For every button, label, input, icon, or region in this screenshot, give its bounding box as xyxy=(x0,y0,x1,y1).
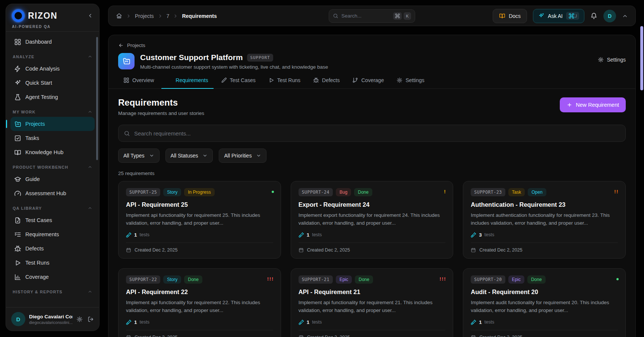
folder-icon xyxy=(14,121,21,128)
requirement-card-support-21[interactable]: SUPPORT-21 Epic Done !!! API - Requireme… xyxy=(291,268,454,337)
requirements-section: Requirements Manage requirements and use… xyxy=(108,89,635,337)
calendar-icon xyxy=(126,335,131,337)
nav-section-qa-library[interactable]: QA LIBRARY xyxy=(10,201,95,213)
breadcrumb-projects[interactable]: Projects xyxy=(135,13,154,19)
sidebar-item-agent-testing[interactable]: Agent Testing xyxy=(10,90,95,104)
tests-label: tests xyxy=(484,319,494,325)
nav-section-analyze[interactable]: ANALYZE xyxy=(10,50,95,62)
sidebar-item-label: Projects xyxy=(25,121,45,127)
pencil-icon xyxy=(221,77,227,83)
requirement-card-support-23[interactable]: SUPPORT-23 Task Open !! Authentication -… xyxy=(463,181,626,259)
filter-all-statuses[interactable]: All Statuses xyxy=(165,149,213,163)
sidebar-item-quick-start[interactable]: Quick Start xyxy=(10,76,95,90)
requirement-id-badge: SUPPORT-24 xyxy=(299,188,333,196)
chevron-right-icon xyxy=(158,13,163,19)
tab-defects[interactable]: Defects xyxy=(308,73,345,89)
page-scrollbar[interactable] xyxy=(640,26,643,90)
calendar-icon xyxy=(299,247,304,253)
sidebar-item-projects[interactable]: Projects xyxy=(10,117,95,131)
type-badge: Story xyxy=(163,188,181,196)
bar-chart-icon xyxy=(14,274,21,281)
requirement-description: Implement api functionality for requirem… xyxy=(126,212,273,227)
nav-section-product-workbench[interactable]: PRODUCT WORKBENCH xyxy=(10,160,95,172)
requirement-description: Implement api functionality for requirem… xyxy=(126,299,273,315)
sidebar-item-label: Test Cases xyxy=(25,217,52,223)
sidebar-item-test-runs[interactable]: Test Runs xyxy=(10,256,95,270)
shortcut-key: K xyxy=(404,12,411,20)
nav-section-history-reports[interactable]: HISTORY & REPORTS xyxy=(10,285,95,297)
new-requirement-button[interactable]: New Requirement xyxy=(560,97,626,112)
project-settings-button[interactable]: Settings xyxy=(598,53,626,63)
docs-label: Docs xyxy=(509,13,521,19)
sidebar-item-label: Requirements xyxy=(25,231,59,237)
topbar-avatar[interactable]: D xyxy=(603,10,616,22)
tests-label: tests xyxy=(140,232,149,237)
home-icon[interactable] xyxy=(116,13,122,19)
project-description: Multi-channel customer support system wi… xyxy=(140,64,328,70)
sidebar-item-guide[interactable]: Guide xyxy=(10,172,95,186)
sidebar-item-label: Assessment Hub xyxy=(25,190,66,196)
requirements-search-input[interactable] xyxy=(134,130,620,137)
tests-count: 1 xyxy=(134,232,137,238)
sidebar-collapse-button[interactable] xyxy=(87,13,93,19)
sidebar-item-requirements[interactable]: Requirements xyxy=(10,227,95,241)
requirement-id-badge: SUPPORT-21 xyxy=(299,275,333,284)
requirement-card-support-24[interactable]: SUPPORT-24 Bug Done ! Export - Requireme… xyxy=(291,181,454,259)
filter-all-priorities[interactable]: All Priorities xyxy=(219,149,266,163)
nav-section-label: MY WORK xyxy=(13,110,36,114)
test-tube-icon xyxy=(471,232,476,238)
status-badge: Done xyxy=(354,188,372,196)
requirement-card-support-22[interactable]: SUPPORT-22 Story Done !!! API - Requirem… xyxy=(118,268,281,337)
shortcut-key xyxy=(393,12,402,20)
requirement-card-support-25[interactable]: SUPPORT-25 Story In Progress API - Requi… xyxy=(118,181,281,259)
global-search-input[interactable]: Search... K xyxy=(329,9,415,23)
created-date: Created Dec 2, 2025 xyxy=(307,247,350,253)
tab-test-cases[interactable]: Test Cases xyxy=(216,73,261,89)
notifications-bell-icon[interactable] xyxy=(590,12,597,19)
topbar: Projects7Requirements Search... K Docs A… xyxy=(108,6,636,26)
requirements-grid: SUPPORT-25 Story In Progress API - Requi… xyxy=(118,181,626,337)
zap-icon xyxy=(14,65,21,72)
sidebar-item-defects[interactable]: Defects xyxy=(10,241,95,256)
project-header: Customer Support Platform SUPPORT Multi-… xyxy=(108,48,635,70)
sidebar-item-knowledge-hub[interactable]: Knowledge Hub xyxy=(10,145,95,159)
requirement-id-badge: SUPPORT-23 xyxy=(471,188,505,196)
requirement-card-support-20[interactable]: SUPPORT-20 Epic Done Audit - Requirement… xyxy=(463,268,626,337)
docs-button[interactable]: Docs xyxy=(493,9,527,23)
sidebar-item-assessment-hub[interactable]: Assessment Hub xyxy=(10,186,95,200)
tab-coverage[interactable]: Coverage xyxy=(347,73,389,89)
nav-section-label: ANALYZE xyxy=(13,54,34,59)
list-checks-icon xyxy=(14,231,21,238)
tab-test-runs[interactable]: Test Runs xyxy=(263,73,306,89)
breadcrumb-7[interactable]: 7 xyxy=(167,13,170,19)
back-to-projects-link[interactable]: Projects xyxy=(108,35,155,48)
requirement-id-badge: SUPPORT-25 xyxy=(126,188,160,196)
sidebar-item-dashboard[interactable]: Dashboard xyxy=(10,35,95,49)
sidebar-item-coverage[interactable]: Coverage xyxy=(10,270,95,284)
sidebar-scrollbar[interactable] xyxy=(96,37,98,160)
bug-icon xyxy=(313,77,319,83)
tab-requirements[interactable]: Requirements xyxy=(161,73,213,89)
tab-overview[interactable]: Overview xyxy=(118,73,159,89)
book-icon xyxy=(499,13,505,19)
nav-section-label: PRODUCT WORKBENCH xyxy=(13,165,68,169)
filter-all-types[interactable]: All Types xyxy=(118,149,160,163)
tests-count: 1 xyxy=(134,319,137,325)
sidebar-item-label: Guide xyxy=(25,176,40,182)
sidebar-item-tasks[interactable]: Tasks xyxy=(10,131,95,145)
tab-settings[interactable]: Settings xyxy=(391,73,430,89)
chevron-up-icon[interactable] xyxy=(622,13,628,19)
back-label: Projects xyxy=(127,43,145,48)
nav-section-my-work[interactable]: MY WORK xyxy=(10,105,95,117)
ask-ai-button[interactable]: Ask AI J xyxy=(533,9,584,23)
project-title: Customer Support Platform xyxy=(140,53,243,62)
user-settings-icon[interactable] xyxy=(76,316,83,322)
sidebar-header: RIZON AI-POWERED QA xyxy=(6,4,99,32)
priority-indicator xyxy=(616,276,619,280)
sidebar-item-test-cases[interactable]: Test Cases xyxy=(10,213,95,227)
sidebar-item-code-analysis[interactable]: Code Analysis xyxy=(10,62,95,76)
logout-icon[interactable] xyxy=(88,316,94,322)
arrow-left-icon xyxy=(118,43,124,48)
breadcrumb-requirements[interactable]: Requirements xyxy=(182,13,217,19)
calendar-icon xyxy=(126,247,131,253)
